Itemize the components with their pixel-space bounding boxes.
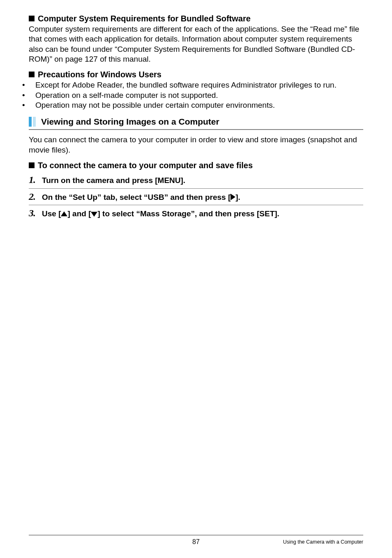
triangle-up-icon bbox=[61, 211, 67, 216]
step-number: 1. bbox=[29, 174, 42, 185]
accent-bars-icon bbox=[29, 117, 37, 127]
step-3: 3. Use [] and [] to select “Mass Storage… bbox=[29, 208, 363, 219]
list-item-text: Operation may not be possible under cert… bbox=[35, 101, 275, 109]
page-footer: 87 Using the Camera with a Computer bbox=[29, 534, 363, 546]
step-number: 3. bbox=[29, 208, 42, 219]
footer-divider bbox=[29, 534, 363, 536]
section-underline bbox=[29, 129, 363, 130]
list-item-text: Operation on a self-made computer is not… bbox=[35, 91, 218, 100]
step-text-part: ] to select “Mass Storage”, and then pre… bbox=[97, 209, 279, 218]
heading-connect-camera: To connect the camera to your computer a… bbox=[29, 161, 363, 170]
list-item: • Operation on a self-made computer is n… bbox=[29, 90, 363, 100]
body-bundled-software: Computer system requirements are differe… bbox=[29, 24, 363, 64]
precautions-list: • Except for Adobe Reader, the bundled s… bbox=[29, 80, 363, 110]
section3-body: You can connect the camera to your compu… bbox=[29, 135, 363, 155]
step-text-part: ]. bbox=[235, 193, 240, 201]
triangle-right-icon bbox=[231, 194, 235, 200]
section-title: Viewing and Storing Images on a Computer bbox=[41, 117, 219, 127]
step-2: 2. On the “Set Up” tab, select “USB” and… bbox=[29, 191, 363, 203]
step-text: On the “Set Up” tab, select “USB” and th… bbox=[42, 192, 240, 203]
footer-label: Using the Camera with a Computer bbox=[248, 539, 363, 545]
heading-text: Computer System Requirements for Bundled… bbox=[38, 14, 251, 23]
accent-bar-dark bbox=[29, 117, 32, 127]
heading-text: Precautions for Windows Users bbox=[38, 70, 161, 79]
square-bullet-icon bbox=[29, 16, 35, 21]
square-bullet-icon bbox=[29, 162, 35, 168]
bullet-icon: • bbox=[29, 90, 35, 100]
step-number: 2. bbox=[29, 191, 42, 202]
heading-text: To connect the camera to your computer a… bbox=[38, 161, 253, 170]
step-1: 1. Turn on the camera and press [MENU]. bbox=[29, 174, 363, 186]
heading-bundled-software: Computer System Requirements for Bundled… bbox=[29, 14, 363, 23]
accent-bar-light bbox=[33, 117, 36, 127]
footer-row: 87 Using the Camera with a Computer bbox=[29, 538, 363, 546]
list-item: • Operation may not be possible under ce… bbox=[29, 100, 363, 110]
step-text-part: On the “Set Up” tab, select “USB” and th… bbox=[42, 193, 231, 201]
list-item: • Except for Adobe Reader, the bundled s… bbox=[29, 80, 363, 90]
section-heading-row: Viewing and Storing Images on a Computer bbox=[29, 117, 363, 127]
square-bullet-icon bbox=[29, 72, 35, 77]
step-divider bbox=[29, 188, 363, 189]
step-text-part: ] and [ bbox=[67, 209, 91, 218]
page: Computer System Requirements for Bundled… bbox=[0, 0, 392, 558]
step-divider bbox=[29, 205, 363, 205]
bullet-icon: • bbox=[29, 100, 35, 110]
step-text-part: Use [ bbox=[42, 209, 61, 218]
list-item-text: Except for Adobe Reader, the bundled sof… bbox=[35, 81, 337, 89]
step-text: Turn on the camera and press [MENU]. bbox=[42, 176, 185, 186]
step-text: Use [] and [] to select “Mass Storage”, … bbox=[42, 209, 279, 219]
heading-precautions: Precautions for Windows Users bbox=[29, 70, 363, 79]
content-area: Computer System Requirements for Bundled… bbox=[29, 14, 363, 219]
page-number: 87 bbox=[144, 538, 248, 546]
bullet-icon: • bbox=[29, 80, 35, 90]
triangle-down-icon bbox=[91, 212, 97, 217]
